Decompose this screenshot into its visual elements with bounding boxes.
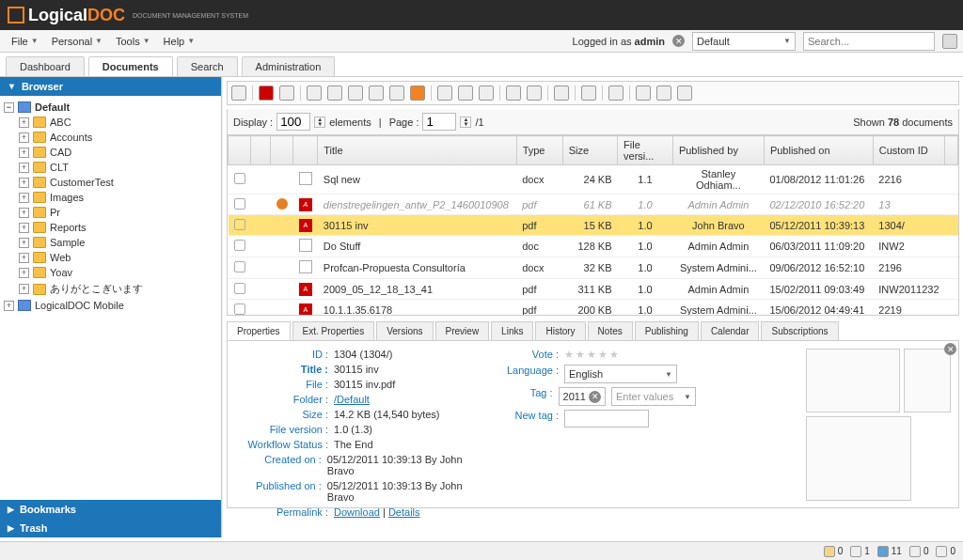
panel-trash[interactable]: ▶Trash	[0, 519, 221, 537]
add-document-icon[interactable]	[307, 86, 322, 101]
table-row[interactable]: A10.1.1.35.6178pdf200 KB1.0System Admini…	[229, 300, 958, 317]
sb-locked[interactable]: 1	[850, 546, 870, 557]
tree-folder[interactable]: +ありがとこぎいます	[0, 280, 221, 298]
split-view-icon[interactable]	[677, 86, 692, 101]
row-checkbox[interactable]	[234, 283, 245, 294]
tab-documents[interactable]: Documents	[88, 56, 173, 76]
filter-icon[interactable]	[581, 86, 596, 101]
row-checkbox[interactable]	[234, 198, 245, 210]
dropbox-icon[interactable]	[389, 86, 404, 101]
page-spinner[interactable]: ▲▼	[460, 117, 471, 128]
row-checkbox[interactable]	[234, 173, 245, 184]
permalink-download[interactable]: Download	[334, 506, 380, 518]
dtab-publishing[interactable]: Publishing	[635, 321, 699, 340]
tree-folder[interactable]: +ABC	[0, 115, 221, 130]
workspace-selector[interactable]: Default▼	[692, 32, 796, 51]
tree-folder[interactable]: +CLT	[0, 160, 221, 175]
table-row[interactable]: Adienstregelingen_antw_P2_1460010908pdf6…	[229, 194, 958, 215]
menu-tools[interactable]: Tools▼	[110, 34, 156, 49]
rss-icon[interactable]	[410, 86, 425, 101]
tag-chip[interactable]: 2011✕	[559, 387, 606, 406]
document-grid[interactable]: Title Type Size File versi... Published …	[227, 135, 959, 316]
thumbnail-large[interactable]	[806, 416, 911, 501]
tree-folder[interactable]: +Web	[0, 250, 221, 265]
menu-file[interactable]: File▼	[6, 34, 44, 49]
tab-search[interactable]: Search	[177, 56, 238, 76]
paste-icon[interactable]	[479, 86, 494, 101]
tree-root[interactable]: −Default	[0, 100, 221, 115]
sign-icon[interactable]	[527, 86, 542, 101]
copy-icon[interactable]	[458, 86, 473, 101]
pdf-icon[interactable]	[259, 86, 274, 101]
dtab-preview[interactable]: Preview	[435, 321, 490, 340]
table-row[interactable]: A30115 invpdf15 KB1.0John Bravo05/12/201…	[229, 215, 958, 236]
tree-folder[interactable]: +Reports	[0, 220, 221, 235]
stamp-icon[interactable]	[506, 86, 521, 101]
col-title[interactable]: Title	[318, 136, 516, 165]
vote-stars[interactable]: ★★★★★	[564, 349, 621, 361]
menu-personal[interactable]: Personal▼	[46, 34, 108, 49]
dtab-links[interactable]: Links	[491, 321, 533, 340]
dtab-history[interactable]: History	[535, 321, 585, 340]
col-type[interactable]: Type	[516, 136, 562, 165]
sb-clipboard[interactable]: 0	[824, 546, 844, 557]
dtab-notes[interactable]: Notes	[588, 321, 633, 340]
col-size[interactable]: Size	[562, 136, 617, 165]
sb-messages[interactable]: 0	[909, 546, 929, 557]
tree-folder[interactable]: +Accounts	[0, 130, 221, 145]
logout-icon[interactable]: ✕	[672, 35, 685, 47]
dtab-properties[interactable]: Properties	[227, 321, 291, 340]
tree-folder[interactable]: +Sample	[0, 235, 221, 250]
tab-administration[interactable]: Administration	[242, 56, 336, 76]
permalink-details[interactable]: Details	[388, 506, 420, 518]
display-spinner[interactable]: ▲▼	[314, 117, 325, 128]
panel-bookmarks[interactable]: ▶Bookmarks	[0, 500, 221, 519]
tree-folder[interactable]: +Images	[0, 190, 221, 205]
scan-icon[interactable]	[348, 86, 363, 101]
row-checkbox[interactable]	[234, 240, 245, 251]
tree-folder[interactable]: +Pr	[0, 205, 221, 220]
export-icon[interactable]	[279, 86, 294, 101]
display-count-input[interactable]	[276, 113, 310, 131]
cut-icon[interactable]	[437, 86, 452, 101]
search-input[interactable]	[803, 32, 935, 51]
tree-mobile[interactable]: +LogicalDOC Mobile	[0, 298, 221, 313]
language-selector[interactable]: English▼	[564, 365, 677, 383]
tab-dashboard[interactable]: Dashboard	[6, 56, 85, 76]
col-file-version[interactable]: File versi...	[618, 136, 673, 165]
menu-help[interactable]: Help▼	[158, 34, 201, 49]
table-row[interactable]: Do Stuffdoc128 KB1.0Admin Admin06/03/201…	[229, 236, 958, 257]
dtab-versions[interactable]: Versions	[376, 321, 433, 340]
col-custom-id[interactable]: Custom ID	[873, 136, 944, 165]
thumbnail-small-1[interactable]	[806, 349, 900, 412]
grid-view-icon[interactable]	[656, 86, 671, 101]
dtab-subscriptions[interactable]: Subscriptions	[761, 321, 838, 340]
row-checkbox[interactable]	[234, 303, 245, 315]
tree-folder[interactable]: +Yoav	[0, 265, 221, 280]
add-folder-icon[interactable]	[327, 86, 342, 101]
dtab-calendar[interactable]: Calendar	[701, 321, 760, 340]
row-checkbox[interactable]	[234, 261, 245, 272]
tree-folder[interactable]: +CAD	[0, 145, 221, 160]
tag-input[interactable]: Enter values▼	[611, 387, 696, 406]
list-view-icon[interactable]	[636, 86, 651, 101]
table-row[interactable]: A2009_05_12_18_13_41pdf311 KB1.0Admin Ad…	[229, 279, 958, 300]
col-published-by[interactable]: Published by	[672, 136, 764, 165]
search-field[interactable]	[808, 36, 930, 47]
pv-folder-link[interactable]: /Default	[334, 394, 370, 405]
print-icon[interactable]	[608, 86, 624, 101]
office-icon[interactable]	[554, 86, 569, 101]
newtag-input[interactable]	[564, 410, 649, 428]
panel-browser[interactable]: ▼Browser	[0, 77, 221, 96]
page-input[interactable]	[422, 113, 456, 131]
col-published-on[interactable]: Published on	[764, 136, 873, 165]
thumbnail-close-icon[interactable]: ✕	[944, 343, 956, 355]
row-checkbox[interactable]	[234, 219, 245, 230]
bulk-icon[interactable]	[369, 86, 384, 101]
table-row[interactable]: Sql newdocx24 KB1.1Stanley Odhiam...01/0…	[229, 165, 958, 194]
search-icon[interactable]	[942, 34, 957, 49]
tag-remove-icon[interactable]: ✕	[589, 391, 601, 403]
refresh-icon[interactable]	[231, 86, 246, 101]
dtab-ext-properties[interactable]: Ext. Properties	[292, 321, 375, 340]
tree-folder[interactable]: +CustomerTest	[0, 175, 221, 190]
